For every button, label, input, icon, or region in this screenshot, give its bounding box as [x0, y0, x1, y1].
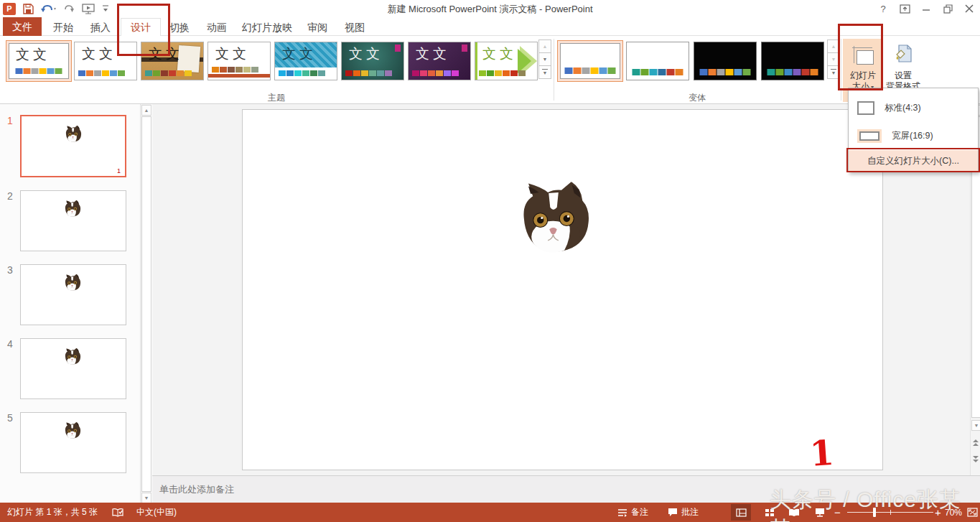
variant-swatches	[700, 69, 751, 75]
theme-swatches	[279, 70, 325, 76]
close-icon[interactable]	[958, 1, 980, 17]
theme-thumbnail[interactable]: 文文	[207, 42, 271, 80]
variant-swatches	[565, 67, 616, 74]
slide-size-icon	[852, 46, 874, 65]
window-controls: ?	[872, 0, 980, 17]
variants-group-label: 变体	[554, 92, 840, 104]
scrollbar-thumb[interactable]	[141, 116, 151, 492]
fit-to-window-icon	[967, 508, 978, 517]
variant-swatches	[633, 69, 683, 75]
normal-view-icon	[736, 508, 747, 517]
ribbon-tab-row: 文件 开始 插入 设计 切换 动画 幻灯片放映 审阅 视图	[0, 17, 980, 36]
slide-number-label[interactable]: 1	[7, 115, 13, 126]
minimize-icon[interactable]	[915, 1, 937, 17]
slide-thumbnail-2[interactable]	[20, 190, 126, 251]
notes-pane[interactable]: 单击此处添加备注	[152, 476, 980, 503]
slide-counter[interactable]: 幻灯片 第 1 张，共 5 张	[4, 503, 101, 522]
slide-number-label[interactable]: 2	[7, 190, 13, 202]
spell-check-icon[interactable]	[109, 503, 126, 522]
variant-thumbnail[interactable]	[694, 42, 757, 80]
tab-design[interactable]: 设计	[121, 18, 161, 37]
cat-image[interactable]	[512, 180, 594, 256]
themes-scroll-up-icon[interactable]: ▲	[538, 39, 551, 53]
variants-scroll-up-icon[interactable]: ▲	[827, 39, 840, 53]
variants-scroll-down-icon[interactable]: ▼	[827, 52, 840, 66]
variant-thumbnail[interactable]	[626, 42, 689, 80]
zoom-out-button[interactable]: −	[834, 503, 841, 522]
theme-thumbnail[interactable]: 文文	[74, 42, 137, 80]
tab-home[interactable]: 开始	[46, 19, 80, 36]
tab-insert[interactable]: 插入	[83, 19, 118, 36]
ribbon-design: 文文 文文 文文 文文 文文 文文	[0, 36, 980, 104]
slide-thumbnail-3[interactable]	[20, 264, 126, 325]
format-background-icon	[895, 45, 913, 67]
slide-number-label[interactable]: 5	[7, 412, 13, 424]
theme-thumbnail[interactable]: 文文	[475, 42, 538, 80]
theme-thumbnail[interactable]: 文文	[141, 42, 204, 80]
tab-slideshow[interactable]: 幻灯片放映	[237, 19, 297, 36]
variant-thumbnail-selected[interactable]	[557, 40, 623, 82]
zoom-in-button[interactable]: +	[935, 503, 941, 522]
fit-slide-to-window-button[interactable]	[962, 504, 980, 521]
tab-view[interactable]: 视图	[337, 19, 372, 36]
theme-swatches	[345, 70, 392, 76]
theme-swatches	[145, 70, 192, 76]
slideshow-icon	[814, 508, 826, 517]
slideshow-view-button[interactable]	[810, 504, 830, 521]
menu-item-widescreen-16-9[interactable]: 宽屏(16:9)	[849, 121, 978, 150]
powerpoint-window: P 新建 Microsoft PowerPoint 演示文稿 - PowerPo…	[0, 0, 980, 522]
theme-swatches	[412, 70, 459, 76]
variants-gallery-more-icon[interactable]: ▼	[827, 65, 840, 79]
language-indicator[interactable]: 中文(中国)	[134, 503, 179, 522]
restore-icon[interactable]	[937, 1, 958, 17]
theme-thumbnail[interactable]: 文文	[408, 42, 471, 80]
slide-thumbnail-1[interactable]: 1	[20, 115, 126, 177]
comments-toggle[interactable]: 批注	[665, 503, 701, 522]
zoom-slider[interactable]	[847, 512, 933, 513]
slide-thumbnail-4[interactable]	[20, 338, 126, 399]
slide-canvas[interactable]: 1	[242, 109, 883, 470]
notes-placeholder[interactable]: 单击此处添加备注	[159, 483, 234, 496]
variants-gallery-scroll: ▲ ▼ ▼	[827, 40, 840, 79]
menu-item-standard-4-3[interactable]: 标准(4:3)	[849, 94, 978, 121]
help-icon[interactable]: ?	[872, 1, 894, 17]
theme-thumbnail[interactable]: 文文	[341, 42, 404, 80]
scroll-down-icon[interactable]: ▼	[141, 493, 151, 503]
slide-thumbnail-5[interactable]	[20, 412, 126, 473]
theme-swatches	[16, 68, 62, 74]
tab-review[interactable]: 审阅	[300, 19, 335, 36]
comment-icon	[668, 508, 678, 517]
slide-sorter-view-button[interactable]	[760, 504, 780, 521]
themes-gallery-more-icon[interactable]: ▼	[538, 65, 551, 79]
standard-ratio-icon	[857, 101, 874, 115]
next-slide-button[interactable]	[971, 452, 980, 465]
slide-size-menu: 标准(4:3) 宽屏(16:9) 自定义幻灯片大小(C)...	[848, 88, 979, 172]
scroll-up-icon[interactable]: ▲	[141, 105, 151, 116]
theme-swatches	[212, 67, 258, 73]
variant-thumbnail[interactable]	[761, 42, 824, 80]
menu-item-custom-slide-size[interactable]: 自定义幻灯片大小(C)...	[849, 150, 978, 172]
tab-transitions[interactable]: 切换	[162, 19, 197, 36]
scroll-down-icon[interactable]: ▼	[971, 420, 980, 431]
ribbon-display-options-icon[interactable]	[894, 1, 915, 17]
previous-slide-button[interactable]	[971, 436, 980, 449]
slide-thumbnail-panel: 1 1 2 3 4 5	[0, 104, 151, 504]
zoom-slider-handle[interactable]	[873, 508, 876, 517]
annotation-number: 1	[808, 432, 835, 474]
tab-animations[interactable]: 动画	[200, 19, 234, 36]
normal-view-button[interactable]	[731, 504, 751, 521]
theme-thumbnail[interactable]: 文文	[274, 42, 337, 80]
notes-toggle[interactable]: 备注	[615, 503, 651, 522]
title-bar: P 新建 Microsoft PowerPoint 演示文稿 - PowerPo…	[0, 0, 980, 17]
status-bar: 幻灯片 第 1 张，共 5 张 中文(中国) 备注 批注 −	[0, 503, 980, 522]
themes-gallery-scroll: ▲ ▼ ▼	[538, 40, 551, 79]
theme-swatches	[479, 70, 526, 76]
theme-thumbnail-selected[interactable]: 文文	[6, 40, 72, 82]
themes-scroll-down-icon[interactable]: ▼	[538, 52, 551, 66]
window-title: 新建 Microsoft PowerPoint 演示文稿 - PowerPoin…	[0, 3, 980, 16]
slide-number-label[interactable]: 3	[7, 264, 13, 276]
thumbnail-scrollbar[interactable]: ▲ ▼	[140, 104, 151, 504]
slide-number-label[interactable]: 4	[7, 338, 13, 350]
reading-view-button[interactable]	[784, 504, 804, 521]
tab-file[interactable]: 文件	[3, 17, 42, 36]
